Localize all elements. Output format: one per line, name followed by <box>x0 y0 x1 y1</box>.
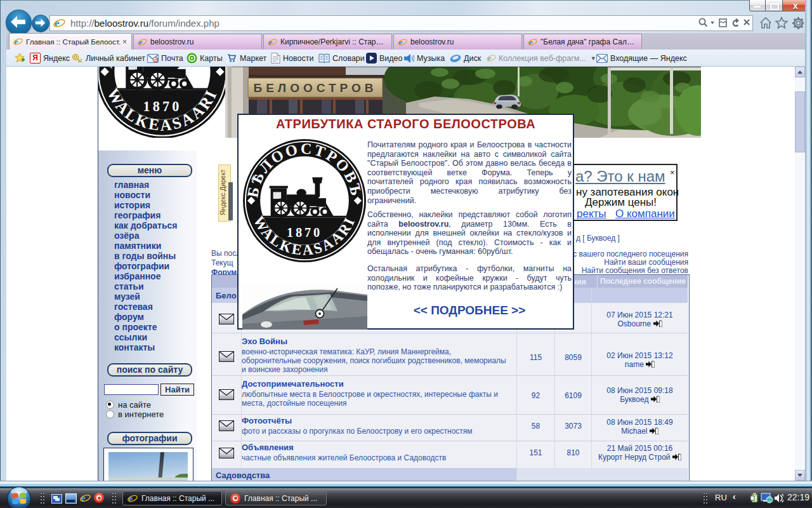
svg-text:@: @ <box>154 57 159 62</box>
svg-text:БЕЛООСТРОВ: БЕЛООСТРОВ <box>254 81 377 95</box>
svg-text:e: e <box>488 53 492 63</box>
svg-text:e: e <box>139 37 143 47</box>
svg-text:e: e <box>399 37 403 47</box>
svg-text:e: e <box>55 17 60 29</box>
svg-text:e: e <box>529 37 533 47</box>
svg-text:e: e <box>129 493 133 504</box>
svg-text:e: e <box>269 37 273 47</box>
svg-text:e: e <box>15 37 18 46</box>
